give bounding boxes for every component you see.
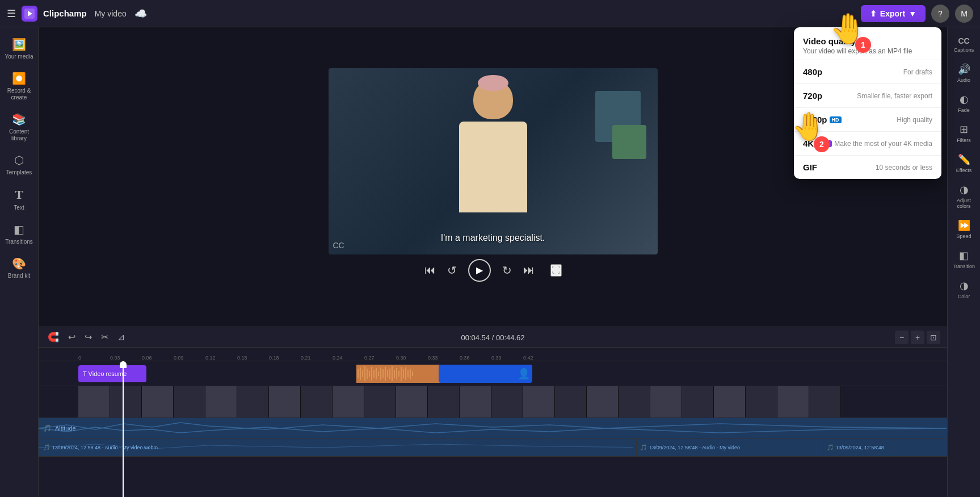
quality-desc-480p: For drafts xyxy=(903,68,932,76)
help-button[interactable]: ? xyxy=(931,5,949,23)
color-icon: ◑ xyxy=(960,279,969,292)
right-item-filters[interactable]: ⊞ Filters xyxy=(949,119,979,148)
svg-rect-11 xyxy=(376,368,377,379)
hamburger-icon[interactable]: ☰ xyxy=(7,7,16,20)
ruler-mark-10: 0:30 xyxy=(396,355,428,361)
filmstrip-frame xyxy=(396,386,428,417)
audio-waveform-altitude xyxy=(39,418,947,438)
right-item-color[interactable]: ◑ Color xyxy=(949,275,979,304)
quality-name-720p: 720p xyxy=(803,91,822,101)
right-item-speed[interactable]: ⏩ Speed xyxy=(949,215,979,244)
undo-button[interactable]: ↩ xyxy=(66,329,78,345)
speed-icon: ⏩ xyxy=(958,219,970,232)
quality-option-gif[interactable]: GIF 10 seconds or less xyxy=(794,156,941,179)
user-avatar[interactable]: M xyxy=(955,5,973,23)
brand-kit-icon: 🎨 xyxy=(12,257,26,270)
ruler-mark-9: 0:27 xyxy=(364,355,396,361)
track-content-filmstrip[interactable] xyxy=(78,386,947,417)
filmstrip-frame xyxy=(174,386,205,417)
right-item-transition[interactable]: ◧ Transition xyxy=(949,245,979,274)
split-button[interactable]: ⊿ xyxy=(115,329,127,345)
fast-forward-button[interactable]: ↻ xyxy=(502,264,512,277)
magnetic-snap-button[interactable]: 🧲 xyxy=(45,329,61,345)
quality-option-480p[interactable]: 480p For drafts xyxy=(794,60,941,84)
timeline-area: 🧲 ↩ ↪ ✂ ⊿ 00:04.54 / 00:44.62 − + ⊡ xyxy=(39,327,947,497)
video-frame: I'm a marketing specialist. CC xyxy=(329,68,658,254)
svg-rect-19 xyxy=(394,370,395,378)
export-button[interactable]: ⬆ Export ▼ xyxy=(861,5,926,22)
redo-button[interactable]: ↪ xyxy=(82,329,94,345)
quality-option-720p[interactable]: 720p Smaller file, faster export xyxy=(794,84,941,108)
filmstrip-frame xyxy=(809,386,841,417)
clip-video-resume[interactable]: T Video resume xyxy=(78,365,146,382)
ruler-mark-0: 0 xyxy=(78,355,110,361)
audio-track-altitude: 🎵 Altitude xyxy=(39,418,947,438)
filters-icon: ⊞ xyxy=(960,123,968,136)
svg-rect-3 xyxy=(357,369,359,378)
video-subtitle: I'm a marketing specialist. xyxy=(441,233,545,243)
cut-button[interactable]: ✂ xyxy=(99,329,111,345)
timeline-track-text: T Video resume xyxy=(39,361,947,386)
zoom-fit-button[interactable]: ⊡ xyxy=(927,331,940,344)
record-create-icon: ⏺️ xyxy=(12,72,26,85)
sidebar-item-record-create[interactable]: ⏺️ Record & create xyxy=(2,67,36,106)
zoom-in-button[interactable]: + xyxy=(911,331,924,344)
svg-rect-21 xyxy=(398,371,399,377)
filmstrip-frame xyxy=(269,386,301,417)
ruler-mark-14: 0:42 xyxy=(523,355,555,361)
sidebar-item-templates[interactable]: ⬡ Templates xyxy=(2,149,36,181)
right-item-captions[interactable]: CC Captions xyxy=(949,32,979,57)
fade-icon: ◐ xyxy=(960,93,969,106)
sidebar-item-your-media[interactable]: 🖼️ Your media xyxy=(2,33,36,65)
sidebar-item-brand-kit[interactable]: 🎨 Brand kit xyxy=(2,252,36,284)
ruler-mark-2: 0:06 xyxy=(142,355,174,361)
svg-rect-7 xyxy=(367,369,368,379)
filmstrip-frame xyxy=(237,386,269,417)
ruler-mark-11: 0:33 xyxy=(428,355,460,361)
filmstrip-frame xyxy=(714,386,746,417)
sidebar-label-text: Text xyxy=(14,204,24,211)
zoom-out-button[interactable]: − xyxy=(895,331,909,344)
ruler-mark-5: 0:15 xyxy=(237,355,269,361)
video-title[interactable]: My video xyxy=(95,9,127,18)
right-label-speed: Speed xyxy=(956,233,971,239)
right-sidebar: CC Captions 🔊 Audio ◐ Fade ⊞ Filters ✏️ … xyxy=(947,27,980,497)
fullscreen-button[interactable]: ⛶ xyxy=(550,264,562,277)
quality-option-1080p[interactable]: 1080p HD High quality xyxy=(794,108,941,132)
sidebar-item-text[interactable]: T Text xyxy=(2,183,36,216)
sidebar-item-transitions[interactable]: ◧ Transitions xyxy=(2,218,36,250)
sidebar-label-record-create: Record & create xyxy=(5,87,34,101)
right-label-fade: Fade xyxy=(958,107,970,113)
ruler-mark-4: 0:12 xyxy=(205,355,237,361)
content-library-icon: 📚 xyxy=(12,112,26,126)
filmstrip-frame xyxy=(142,386,174,417)
audio-track-myvideo: 🎵 13/09/2024, 12:58:48 - Audio - My vide… xyxy=(39,438,947,457)
sidebar-item-content-library[interactable]: 📚 Content library xyxy=(2,108,36,147)
right-item-fade[interactable]: ◐ Fade xyxy=(949,89,979,118)
svg-rect-12 xyxy=(378,371,379,376)
svg-rect-18 xyxy=(392,366,393,381)
audio-track-label-myvideo-2: 13/09/2024, 12:58:48 - Audio - My video xyxy=(649,445,740,450)
track-content-text[interactable]: T Video resume xyxy=(78,361,947,386)
captions-toggle-button[interactable]: CC xyxy=(333,241,344,250)
app-logo xyxy=(22,6,37,22)
right-item-audio[interactable]: 🔊 Audio xyxy=(949,59,979,87)
svg-rect-27 xyxy=(412,371,413,376)
sidebar-label-transitions: Transitions xyxy=(5,239,33,245)
skip-to-start-button[interactable]: ⏮ xyxy=(424,264,436,277)
right-label-adjust-colors: Adjust colors xyxy=(952,198,977,209)
timeline-ruler: 0 0:03 0:06 0:09 0:12 0:15 0:18 0:21 0:2… xyxy=(39,348,947,361)
right-label-filters: Filters xyxy=(957,137,971,143)
quality-desc-1080p: High quality xyxy=(897,116,932,124)
right-item-effects[interactable]: ✏️ Effects xyxy=(949,149,979,178)
svg-rect-8 xyxy=(369,371,370,377)
play-pause-button[interactable]: ▶ xyxy=(468,259,491,282)
skip-to-end-button[interactable]: ⏭ xyxy=(523,264,535,277)
right-item-adjust-colors[interactable]: ◑ Adjust colors xyxy=(949,179,979,214)
rewind-button[interactable]: ↺ xyxy=(447,264,457,277)
ruler-mark-13: 0:39 xyxy=(491,355,523,361)
export-icon: ⬆ xyxy=(870,9,877,18)
audio-icon: 🔊 xyxy=(958,63,970,76)
clip-video-blue[interactable]: 👤 xyxy=(439,365,532,383)
svg-rect-22 xyxy=(401,367,402,381)
